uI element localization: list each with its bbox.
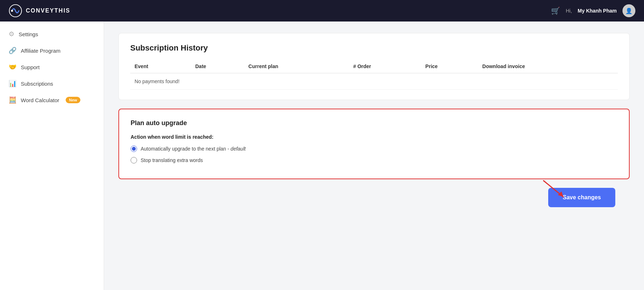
col-price: Price bbox=[421, 60, 478, 73]
sidebar-item-affiliate-label: Affiliate Program bbox=[21, 48, 61, 54]
sidebar-item-support-label: Support bbox=[21, 64, 40, 70]
col-date: Date bbox=[191, 60, 244, 73]
subscriptions-icon: 📊 bbox=[9, 80, 17, 87]
main-layout: ⚙ Settings 🔗 Affiliate Program 🤝 Support… bbox=[0, 22, 644, 290]
radio-auto-upgrade-label: Automatically upgrade to the next plan -… bbox=[141, 146, 246, 152]
col-order: # Order bbox=[349, 60, 421, 73]
topnav-right: 🛒 Hi, My Khanh Pham 👤 bbox=[551, 4, 635, 17]
sidebar-item-subscriptions-label: Subscriptions bbox=[21, 81, 53, 87]
subscription-history-card: Subscription History Event Date Current … bbox=[118, 33, 630, 100]
sidebar-item-word-calculator[interactable]: 🧮 Word Calculator New bbox=[0, 92, 104, 108]
radio-auto-upgrade-input[interactable] bbox=[131, 146, 137, 152]
greeting-text: Hi, bbox=[566, 8, 572, 14]
save-area: Save changes bbox=[118, 188, 630, 207]
new-badge: New bbox=[66, 97, 80, 103]
no-payments-message: No payments found! bbox=[130, 73, 618, 90]
svg-point-1 bbox=[11, 10, 13, 12]
action-label: Action when word limit is reached: bbox=[131, 134, 617, 140]
main-content: Subscription History Event Date Current … bbox=[104, 22, 644, 290]
col-event: Event bbox=[130, 60, 191, 73]
cart-icon[interactable]: 🛒 bbox=[551, 6, 560, 15]
logo-text: CONVEYTHIS bbox=[26, 8, 70, 14]
logo-icon bbox=[9, 4, 22, 18]
avatar[interactable]: 👤 bbox=[622, 4, 635, 17]
plan-auto-upgrade-title: Plan auto upgrade bbox=[131, 119, 617, 127]
settings-icon: ⚙ bbox=[9, 30, 14, 38]
plan-auto-upgrade-card: Plan auto upgrade Action when word limit… bbox=[118, 109, 630, 179]
radio-option-auto-upgrade[interactable]: Automatically upgrade to the next plan -… bbox=[131, 146, 617, 152]
table-row-empty: No payments found! bbox=[130, 73, 618, 90]
col-current-plan: Current plan bbox=[244, 60, 349, 73]
subscription-history-title: Subscription History bbox=[130, 43, 618, 53]
affiliate-icon: 🔗 bbox=[9, 47, 17, 54]
col-invoice: Download invoice bbox=[478, 60, 618, 73]
username-text: My Khanh Pham bbox=[578, 8, 617, 14]
sidebar-item-word-calculator-label: Word Calculator bbox=[21, 97, 59, 103]
sidebar-item-subscriptions[interactable]: 📊 Subscriptions bbox=[0, 75, 104, 92]
sidebar-item-support[interactable]: 🤝 Support bbox=[0, 59, 104, 75]
svg-marker-3 bbox=[558, 191, 563, 197]
sidebar-item-settings-label: Settings bbox=[19, 31, 38, 37]
radio-option-stop-translating[interactable]: Stop translating extra words bbox=[131, 157, 617, 163]
radio-stop-translating-input[interactable] bbox=[131, 157, 137, 163]
support-icon: 🤝 bbox=[9, 63, 17, 71]
sidebar: ⚙ Settings 🔗 Affiliate Program 🤝 Support… bbox=[0, 22, 104, 290]
radio-stop-translating-label: Stop translating extra words bbox=[141, 157, 203, 163]
subscription-history-table: Event Date Current plan # Order Price Do… bbox=[130, 60, 618, 90]
red-arrow-annotation bbox=[536, 177, 572, 206]
sidebar-item-settings[interactable]: ⚙ Settings bbox=[0, 26, 104, 42]
top-navigation: CONVEYTHIS 🛒 Hi, My Khanh Pham 👤 bbox=[0, 0, 644, 22]
logo: CONVEYTHIS bbox=[9, 4, 70, 18]
word-calculator-icon: 🧮 bbox=[9, 96, 17, 104]
sidebar-item-affiliate[interactable]: 🔗 Affiliate Program bbox=[0, 42, 104, 59]
